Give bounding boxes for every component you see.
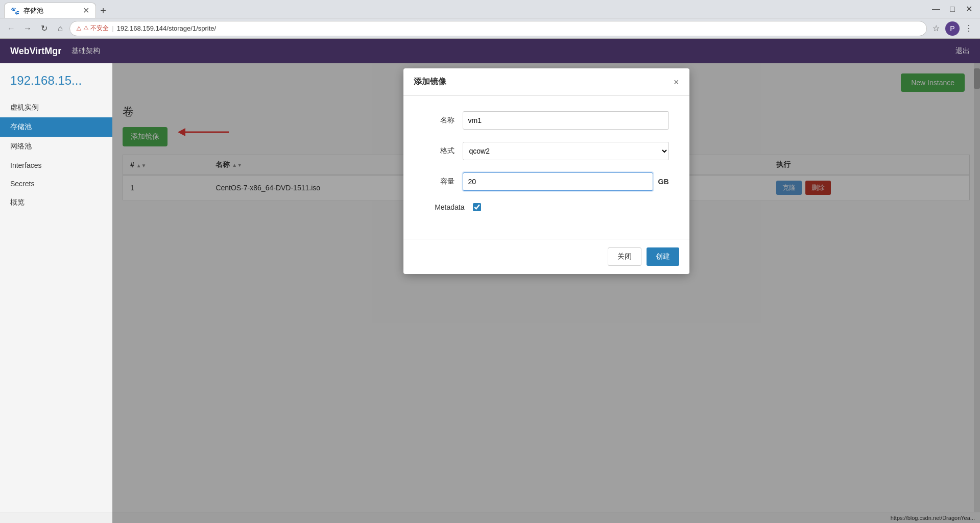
tab-bar: 🐾 存储池 ✕ + (4, 0, 110, 18)
modal-footer: 关闭 创建 (403, 239, 689, 274)
url-text: 192.168.159.144/storage/1/sprite/ (117, 24, 216, 32)
toolbar-right: ☆ P ⋮ (929, 21, 976, 36)
sidebar: 192.168.15... 虚机实例 存储池 网络池 Interfaces Se… (0, 63, 112, 523)
metadata-label: Metadata (424, 203, 465, 211)
capacity-field-row: 容量 GB (424, 172, 669, 191)
modal-body: 名称 格式 qcow2 raw iso 容量 (403, 96, 689, 239)
logout-link[interactable]: 退出 (955, 46, 970, 56)
sidebar-item-overview[interactable]: 概览 (0, 193, 112, 212)
create-button[interactable]: 创建 (647, 247, 679, 266)
tab-title: 存储池 (23, 6, 43, 15)
sidebar-item-storage[interactable]: 存储池 (0, 117, 112, 137)
bookmark-button[interactable]: ☆ (929, 21, 943, 36)
page-area: New Instance 卷 添加镜像 # ▲▼ 名称 ▲▼ (112, 63, 980, 523)
main-content: 192.168.15... 虚机实例 存储池 网络池 Interfaces Se… (0, 63, 980, 523)
browser-titlebar: 🐾 存储池 ✕ + — □ ✕ (0, 0, 980, 18)
format-field-row: 格式 qcow2 raw iso (424, 142, 669, 160)
modal-header: 添加镜像 × (403, 68, 689, 96)
format-select[interactable]: qcow2 raw iso (463, 142, 669, 160)
capacity-input[interactable] (463, 172, 653, 191)
metadata-checkbox[interactable] (473, 203, 481, 211)
app-header: WebVirtMgr 基础架构 退出 (0, 39, 980, 63)
home-button[interactable]: ⌂ (53, 21, 67, 36)
back-button[interactable]: ← (4, 21, 18, 36)
sidebar-item-interfaces[interactable]: Interfaces (0, 156, 112, 175)
address-bar[interactable]: ⚠ ⚠ 不安全 | 192.168.159.144/storage/1/spri… (69, 21, 927, 36)
modal-title: 添加镜像 (414, 77, 446, 87)
name-label: 名称 (424, 116, 455, 125)
sidebar-item-secrets[interactable]: Secrets (0, 175, 112, 193)
menu-button[interactable]: ⋮ (962, 21, 976, 36)
format-label: 格式 (424, 146, 455, 156)
capacity-row: GB (463, 172, 669, 191)
active-tab: 🐾 存储池 ✕ (4, 3, 96, 18)
modal-close-button[interactable]: × (674, 78, 679, 87)
capacity-unit: GB (658, 178, 669, 186)
maximize-button[interactable]: □ (945, 2, 960, 16)
server-title: 192.168.15... (0, 73, 112, 98)
close-button[interactable]: ✕ (962, 2, 976, 16)
name-input[interactable] (463, 111, 669, 130)
modal-overlay: 添加镜像 × 名称 格式 qcow2 raw is (112, 63, 980, 523)
address-bar-row: ← → ↻ ⌂ ⚠ ⚠ 不安全 | 192.168.159.144/storag… (0, 18, 980, 39)
name-field-row: 名称 (424, 111, 669, 130)
minimize-button[interactable]: — (929, 2, 943, 16)
cancel-button[interactable]: 关闭 (608, 247, 641, 266)
sidebar-item-vms[interactable]: 虚机实例 (0, 98, 112, 117)
tab-favicon: 🐾 (11, 7, 19, 15)
capacity-label: 容量 (424, 177, 455, 186)
refresh-button[interactable]: ↻ (37, 21, 51, 36)
app-logo: WebVirtMgr (10, 46, 61, 57)
forward-button[interactable]: → (20, 21, 35, 36)
security-warning: ⚠ ⚠ 不安全 (76, 24, 109, 33)
tab-close-button[interactable]: ✕ (83, 6, 89, 15)
nav-infrastructure[interactable]: 基础架构 (71, 46, 100, 56)
add-image-modal: 添加镜像 × 名称 格式 qcow2 raw is (403, 68, 689, 274)
new-tab-button[interactable]: + (96, 4, 110, 18)
metadata-field-row: Metadata (424, 203, 669, 211)
profile-button[interactable]: P (945, 21, 960, 36)
sidebar-item-network[interactable]: 网络池 (0, 137, 112, 156)
